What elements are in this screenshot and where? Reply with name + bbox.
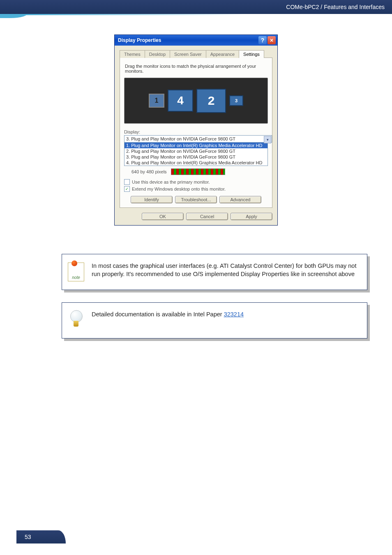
- monitor-4-icon[interactable]: 4: [168, 90, 193, 112]
- dialog-title: Display Properties: [118, 37, 161, 43]
- resolution-text: 640 by 480 pixels: [131, 169, 167, 174]
- page-header: COMe-bPC2 / Features and Interfaces: [0, 0, 392, 14]
- primary-monitor-checkbox[interactable]: [124, 179, 130, 185]
- note-icon: [67, 263, 85, 281]
- tab-screensaver[interactable]: Screen Saver: [170, 50, 206, 58]
- resolution-slider[interactable]: [171, 168, 225, 175]
- apply-button[interactable]: Apply: [231, 213, 272, 220]
- advanced-button[interactable]: Advanced: [219, 196, 261, 203]
- tip-prefix: Detailed documentation is available in I…: [92, 311, 224, 318]
- drag-instruction: Drag the monitor icons to match the phys…: [125, 64, 267, 74]
- bulb-icon: [67, 311, 85, 329]
- header-accent: [0, 14, 392, 18]
- ok-button[interactable]: OK: [142, 213, 184, 220]
- monitor-1-icon[interactable]: 1: [149, 94, 164, 108]
- tab-settings[interactable]: Settings: [239, 50, 264, 58]
- breadcrumb: COMe-bPC2 / Features and Interfaces: [286, 4, 385, 10]
- monitor-arrangement-area[interactable]: 1 4 2 3: [124, 78, 268, 124]
- monitor-3-icon[interactable]: 3: [229, 95, 243, 106]
- tab-themes[interactable]: Themes: [120, 50, 145, 58]
- extend-desktop-label: Extend my Windows desktop onto this moni…: [132, 187, 226, 191]
- close-button[interactable]: ×: [267, 36, 276, 44]
- note-callout: In most cases the graphical user interfa…: [62, 254, 367, 290]
- page-number: 53: [25, 534, 31, 540]
- page-footer: 53: [16, 530, 66, 543]
- tab-desktop[interactable]: Desktop: [145, 50, 170, 58]
- dropdown-item[interactable]: 3. Plug and Play Monitor on NVIDIA GeFor…: [125, 154, 267, 160]
- help-button[interactable]: ?: [258, 36, 267, 44]
- extend-desktop-checkbox[interactable]: ✓: [124, 186, 130, 192]
- dropdown-item[interactable]: 2. Plug and Play Monitor on NVIDIA GeFor…: [125, 148, 267, 154]
- cancel-button[interactable]: Cancel: [186, 213, 228, 220]
- display-dropdown-list: 1. Plug and Play Monitor on Intel(R) Gra…: [124, 142, 268, 166]
- note-text: In most cases the graphical user interfa…: [92, 262, 359, 279]
- tip-text: Detailed documentation is available in I…: [92, 310, 359, 318]
- dropdown-item[interactable]: 1. Plug and Play Monitor on Intel(R) Gra…: [125, 143, 267, 148]
- intel-paper-link[interactable]: 323214: [224, 311, 244, 318]
- chevron-down-icon[interactable]: ▾: [264, 136, 271, 143]
- primary-monitor-label: Use this device as the primary monitor.: [132, 180, 210, 184]
- dialog-titlebar[interactable]: Display Properties ? ×: [115, 35, 277, 46]
- monitor-2-icon[interactable]: 2: [196, 89, 226, 113]
- tabs-row: Themes Desktop Screen Saver Appearance S…: [120, 50, 272, 58]
- combo-selected-text: 3. Plug and Play Monitor on NVIDIA GeFor…: [126, 136, 235, 141]
- tab-appearance[interactable]: Appearance: [206, 50, 239, 58]
- tip-callout: Detailed documentation is available in I…: [62, 302, 367, 339]
- identify-button[interactable]: Identify: [131, 196, 173, 203]
- troubleshoot-button[interactable]: Troubleshoot...: [175, 196, 217, 203]
- display-label: Display:: [124, 129, 268, 134]
- display-combobox[interactable]: 3. Plug and Play Monitor on NVIDIA GeFor…: [124, 135, 272, 143]
- dropdown-item[interactable]: 4. Plug and Play Monitor on Intel(R) Gra…: [125, 160, 267, 166]
- display-properties-dialog: Display Properties ? × Themes Desktop Sc…: [114, 35, 278, 226]
